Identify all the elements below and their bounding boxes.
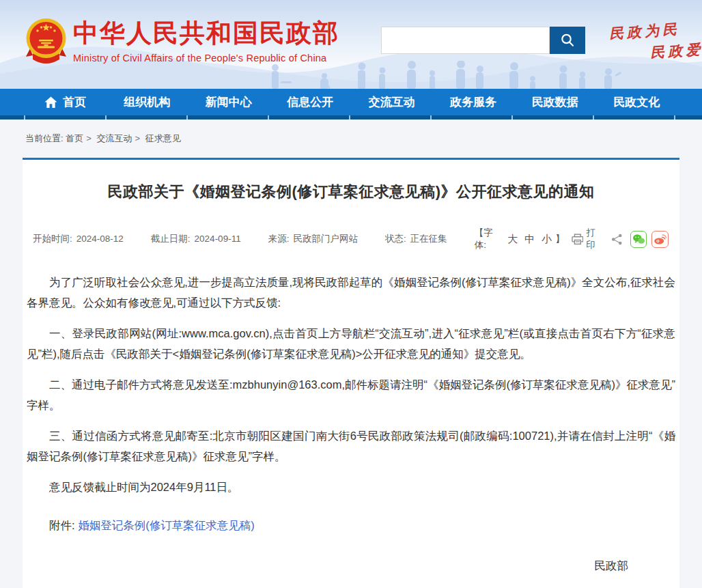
- home-icon: [44, 96, 57, 109]
- attachment-label: 附件:: [49, 519, 75, 531]
- nav-item-culture[interactable]: 民政文化: [596, 89, 678, 115]
- font-size-small-button[interactable]: 小: [542, 233, 552, 246]
- nav-item-label: 首页: [63, 94, 86, 110]
- nav-item-interaction[interactable]: 交流互动: [351, 89, 433, 115]
- search-button[interactable]: [550, 27, 585, 54]
- nav-item-label: 信息公开: [287, 94, 333, 110]
- paragraph-method-mail: 三、通过信函方式将意见邮寄至:北京市朝阳区建国门南大街6号民政部政策法规司(邮政…: [27, 425, 675, 466]
- search-icon: [559, 32, 576, 48]
- breadcrumb-separator: >: [86, 133, 92, 143]
- search-input[interactable]: [381, 27, 550, 54]
- meta-status: 状态:正在征集: [385, 233, 447, 245]
- people-silhouettes: [242, 61, 625, 89]
- meta-value: 2024-08-12: [76, 234, 124, 244]
- main-nav: 首页 组织机构 新闻中心 信息公开 交流互动 政务服务 民政数据 民政文化: [0, 89, 702, 115]
- paragraph-intro: 为了广泛听取社会公众意见,进一步提高立法质量,现将民政部起草的《婚姻登记条例(修…: [27, 272, 675, 313]
- nav-item-label: 交流互动: [369, 94, 415, 110]
- font-size-prefix: 【字体:: [475, 227, 504, 251]
- weibo-share-button[interactable]: [651, 231, 669, 248]
- share-icon: [611, 234, 623, 245]
- nav-item-label: 民政文化: [613, 94, 660, 110]
- nav-item-info-disclosure[interactable]: 信息公开: [270, 89, 352, 115]
- slogan-line2: 民政爱民: [649, 34, 702, 64]
- meta-label: 来源:: [268, 234, 290, 244]
- font-size-large-button[interactable]: 大: [507, 233, 518, 246]
- share-button[interactable]: [611, 234, 623, 245]
- paragraph-method-website: 一、登录民政部网站(网址:www.mca.gov.cn),点击首页上方导航栏“交…: [27, 323, 675, 364]
- article-toolbar: 【字体: 大 中 小 】 打印: [475, 227, 669, 251]
- nav-item-label: 民政数据: [532, 94, 578, 110]
- article-meta-row: 开始时间:2024-08-12 截止日期:2024-09-11 来源:民政部门户…: [33, 227, 669, 251]
- attachment-line: 附件: 婚姻登记条例(修订草案征求意见稿): [23, 515, 679, 535]
- article-title: 民政部关于《婚姻登记条例(修订草案征求意见稿)》公开征求意见的通知: [50, 182, 652, 202]
- font-size-medium-button[interactable]: 中: [524, 233, 535, 246]
- breadcrumb-solicitation[interactable]: 征求意见: [145, 133, 181, 143]
- site-title: 中华人民共和国民政部: [73, 20, 339, 48]
- site-subtitle: Ministry of Civil Affairs of the People'…: [73, 53, 339, 64]
- paragraph-method-email: 二、通过电子邮件方式将意见发送至:mzbhunyin@163.com,邮件标题请…: [27, 374, 675, 415]
- article-signature: 民政部: [23, 559, 679, 574]
- search-bar: [381, 27, 585, 54]
- meta-label: 截止日期:: [151, 234, 191, 244]
- article-meta: 开始时间:2024-08-12 截止日期:2024-09-11 来源:民政部门户…: [33, 233, 475, 245]
- nav-item-label: 组织机构: [124, 94, 170, 110]
- meta-label: 开始时间:: [33, 234, 72, 244]
- attachment-link[interactable]: 婚姻登记条例(修订草案征求意见稿): [78, 519, 255, 531]
- meta-value: 2024-09-11: [195, 234, 241, 244]
- national-emblem-logo: [25, 17, 68, 66]
- nav-item-news[interactable]: 新闻中心: [188, 89, 270, 115]
- nav-item-home[interactable]: 首页: [25, 89, 107, 115]
- breadcrumb-interaction[interactable]: 交流互动: [96, 133, 132, 143]
- breadcrumb-label: 当前位置:: [25, 133, 64, 143]
- print-button[interactable]: 打印: [572, 227, 604, 251]
- nav-item-organization[interactable]: 组织机构: [107, 89, 188, 115]
- wechat-share-button[interactable]: [630, 231, 647, 248]
- article-body: 为了广泛听取社会公众意见,进一步提高立法质量,现将民政部起草的《婚姻登记条例(修…: [23, 272, 679, 497]
- nav-item-label: 新闻中心: [206, 94, 252, 110]
- breadcrumb-separator: >: [135, 133, 140, 143]
- print-label: 打印: [586, 227, 604, 251]
- wechat-icon: [632, 234, 645, 245]
- meta-deadline: 截止日期:2024-09-11: [151, 233, 241, 245]
- meta-value: 民政部门户网站: [293, 234, 358, 244]
- article-card: 民政部关于《婚姻登记条例(修订草案征求意见稿)》公开征求意见的通知 开始时间:2…: [23, 158, 679, 588]
- nav-item-services[interactable]: 政务服务: [433, 89, 515, 115]
- site-header: 中华人民共和国民政部 Ministry of Civil Affairs of …: [0, 0, 702, 89]
- meta-source: 来源:民政部门户网站: [268, 233, 358, 245]
- meta-start-time: 开始时间:2024-08-12: [33, 233, 124, 245]
- nav-item-data[interactable]: 民政数据: [514, 89, 596, 115]
- meta-label: 状态:: [385, 234, 406, 244]
- meta-value: 正在征集: [410, 234, 447, 244]
- slogan-line1: 民政为民: [608, 20, 680, 41]
- breadcrumb-home[interactable]: 首页: [66, 133, 83, 143]
- printer-icon: [572, 234, 584, 245]
- weibo-icon: [654, 234, 666, 245]
- nav-item-label: 政务服务: [450, 94, 496, 110]
- site-title-block: 中华人民共和国民政部 Ministry of Civil Affairs of …: [73, 20, 339, 64]
- font-size-suffix: 】: [555, 233, 565, 245]
- breadcrumb: 当前位置: 首页> 交流互动> 征求意见: [0, 120, 702, 158]
- paragraph-deadline: 意见反馈截止时间为2024年9月11日。: [27, 477, 675, 497]
